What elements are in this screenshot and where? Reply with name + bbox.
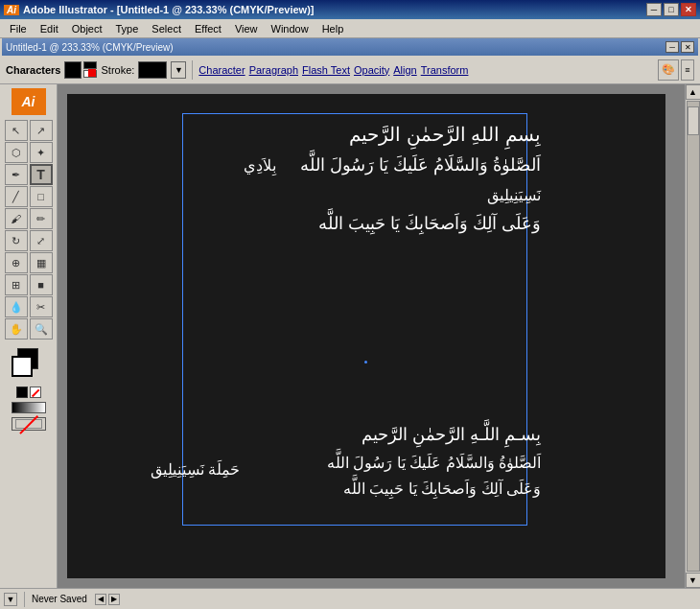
shape-tool[interactable]: □ — [30, 186, 53, 207]
zoom-tool[interactable]: 🔍 — [30, 318, 53, 340]
status-text: Never Saved — [32, 594, 87, 604]
canvas-area[interactable]: بِسمِ اللهِ الرَّحمٰنِ الرَّحيم اَلصَّلو… — [58, 84, 685, 588]
menu-help[interactable]: Help — [316, 22, 350, 35]
title-bar: Ai Adobe Illustrator - [Untitled-1 @ 233… — [0, 0, 700, 19]
app-icon: Ai — [4, 5, 19, 15]
default-colors-row — [16, 386, 41, 398]
scissors-tool[interactable]: ✂ — [30, 296, 53, 317]
doc-title-text: Untitled-1 @ 233.33% (CMYK/Preview) — [6, 42, 174, 53]
doc-close-button[interactable]: ✕ — [681, 41, 694, 53]
direct-selection-tool[interactable]: ↗ — [30, 120, 53, 141]
fill-color-swatch[interactable] — [64, 61, 82, 79]
ai-logo: Ai — [12, 88, 46, 115]
main-layout: Ai ↖ ↗ ⬡ ✦ ✒ T ╱ □ 🖌 ✏ ↻ ⤢ ⊕ ▦ ⊞ — [0, 84, 700, 588]
title-bar-controls: ─ □ ✕ — [646, 3, 696, 16]
mesh-tool[interactable]: ⊞ — [5, 274, 28, 295]
fill-indicator[interactable] — [83, 61, 97, 69]
status-bar: ▼ Never Saved ◀ ▶ — [0, 588, 700, 609]
zoom-control: ▼ — [4, 593, 17, 606]
none-fill-swatch[interactable] — [12, 417, 46, 431]
characters-label: Characters — [6, 64, 60, 76]
rotate-tool[interactable]: ↻ — [5, 230, 28, 251]
stroke-indicator-small[interactable] — [83, 70, 97, 78]
menu-edit[interactable]: Edit — [35, 22, 64, 35]
zoom-dropdown-arrow[interactable]: ▼ — [4, 593, 17, 606]
scroll-up-button[interactable]: ▲ — [686, 84, 701, 100]
tool-row-9: 💧 ✂ — [5, 296, 53, 317]
opacity-link[interactable]: Opacity — [354, 64, 389, 76]
title-bar-left: Ai Adobe Illustrator - [Untitled-1 @ 233… — [4, 4, 315, 15]
arabic-text-lower: بِسـمِ اللَّـهِ الرَّحمٰنِ الرَّحيم اَلص… — [215, 420, 541, 502]
stroke-dropdown[interactable]: ▼ — [171, 61, 186, 79]
paintbrush-tool[interactable]: 🖌 — [5, 208, 28, 229]
right-scrollbar: ▲ ▼ — [685, 84, 700, 588]
scroll-down-button[interactable]: ▼ — [686, 573, 701, 588]
tool-row-1: ↖ ↗ — [5, 120, 53, 141]
tool-row-10: ✋ 🔍 — [5, 318, 53, 340]
transform-link[interactable]: Transform — [421, 64, 469, 76]
paragraph-link[interactable]: Paragraph — [249, 64, 298, 76]
toolbar: Characters Stroke: ▼ Character Paragraph… — [0, 56, 700, 84]
gradient-swatch[interactable] — [12, 402, 46, 413]
document-canvas: بِسمِ اللهِ الرَّحمٰنِ الرَّحيم اَلصَّلو… — [67, 94, 665, 578]
tool-row-7: ⊕ ▦ — [5, 252, 53, 273]
tool-row-8: ⊞ ■ — [5, 274, 53, 295]
doc-title-bar: Untitled-1 @ 233.33% (CMYK/Preview) ─ ✕ — [2, 38, 698, 56]
title-bar-text: Adobe Illustrator - [Untitled-1 @ 233.33… — [23, 4, 315, 15]
menu-file[interactable]: File — [4, 22, 33, 35]
hand-tool[interactable]: ✋ — [5, 318, 28, 340]
column-graph-tool[interactable]: ▦ — [30, 252, 53, 273]
close-button[interactable]: ✕ — [681, 3, 696, 16]
arabic-text-upper: بِسمِ اللهِ الرَّحمٰنِ الرَّحيم اَلصَّلو… — [215, 118, 541, 239]
prev-page-button[interactable]: ◀ — [95, 594, 106, 605]
arabic-text-left: حَمِلَة نَسِيَنِيلِيق — [86, 457, 240, 482]
menu-select[interactable]: Select — [146, 22, 187, 35]
pencil-tool[interactable]: ✏ — [30, 208, 53, 229]
options-button[interactable]: ≡ — [681, 59, 694, 81]
stroke-color-box[interactable] — [138, 61, 167, 79]
tool-row-3: ✒ T — [5, 164, 53, 185]
lasso-tool[interactable]: ⬡ — [5, 142, 28, 163]
tool-row-2: ⬡ ✦ — [5, 142, 53, 163]
pen-tool[interactable]: ✒ — [5, 164, 28, 185]
maximize-button[interactable]: □ — [664, 3, 679, 16]
text-tool[interactable]: T — [30, 164, 53, 185]
menu-bar: File Edit Object Type Select Effect View… — [0, 19, 700, 38]
stroke-label: Stroke: — [101, 64, 134, 76]
minimize-button[interactable]: ─ — [646, 3, 662, 16]
align-link[interactable]: Align — [393, 64, 416, 76]
scroll-thumb[interactable] — [688, 106, 699, 135]
next-page-button[interactable]: ▶ — [108, 594, 120, 605]
menu-effect[interactable]: Effect — [189, 22, 227, 35]
default-fill-swatch[interactable] — [16, 386, 28, 398]
none-swatch[interactable] — [30, 386, 41, 398]
scroll-track[interactable] — [687, 101, 700, 572]
stroke-swatch[interactable] — [12, 356, 33, 377]
tool-row-6: ↻ ⤢ — [5, 230, 53, 251]
gradient-tool[interactable]: ■ — [30, 274, 53, 295]
blend-tool[interactable]: ⊕ — [5, 252, 28, 273]
menu-window[interactable]: Window — [266, 22, 315, 35]
tool-row-4: ╱ □ — [5, 186, 53, 207]
magic-wand-tool[interactable]: ✦ — [30, 142, 53, 163]
menu-view[interactable]: View — [229, 22, 264, 35]
doc-minimize-button[interactable]: ─ — [665, 41, 679, 53]
nav-arrows: ◀ ▶ — [95, 594, 120, 605]
status-info: Never Saved — [32, 594, 87, 604]
fill-color-group — [64, 61, 97, 79]
toolbar-separator-1 — [192, 60, 193, 80]
tool-row-5: 🖌 ✏ — [5, 208, 53, 229]
toolbox: Ai ↖ ↗ ⬡ ✦ ✒ T ╱ □ 🖌 ✏ ↻ ⤢ ⊕ ▦ ⊞ — [0, 84, 58, 588]
palette-button[interactable]: 🎨 — [658, 59, 679, 81]
eyedropper-tool[interactable]: 💧 — [5, 296, 28, 317]
menu-object[interactable]: Object — [66, 22, 108, 35]
status-separator — [24, 592, 25, 607]
doc-title-controls: ─ ✕ — [665, 41, 694, 53]
selection-tool[interactable]: ↖ — [5, 120, 28, 141]
scale-tool[interactable]: ⤢ — [30, 230, 53, 251]
text-cursor — [364, 361, 367, 363]
character-link[interactable]: Character — [198, 64, 245, 76]
menu-type[interactable]: Type — [110, 22, 145, 35]
flash-text-link[interactable]: Flash Text — [302, 64, 350, 76]
line-tool[interactable]: ╱ — [5, 186, 28, 207]
